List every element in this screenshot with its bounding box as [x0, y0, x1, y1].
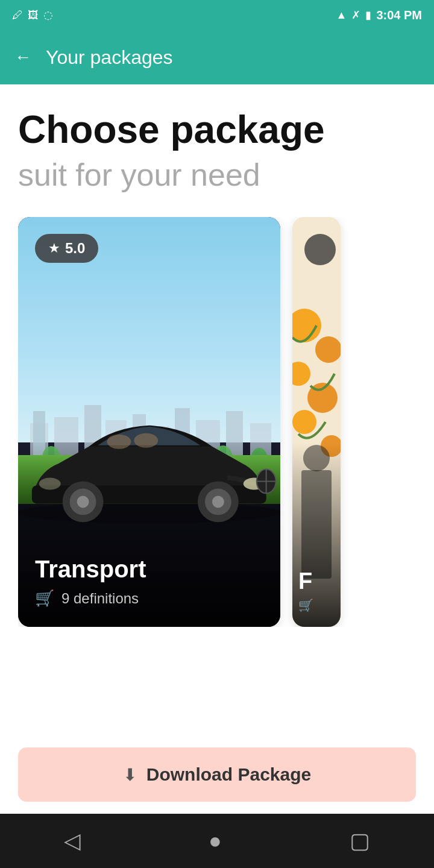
status-bar: 🖊 🖼 ◌ ▲ ✗ ▮ 3:04 PM	[0, 0, 434, 30]
partial-card-letter: F 🛒	[298, 568, 313, 612]
status-right-icons: ▲ ✗ ▮ 3:04 PM	[336, 8, 422, 22]
page-subheading: suit for your need	[18, 157, 416, 193]
cards-row: ★ 5.0 Transport 🛒 9 definitions	[18, 217, 416, 627]
home-nav-button[interactable]: ●	[209, 828, 222, 854]
svg-point-21	[77, 496, 89, 508]
rating-badge: ★ 5.0	[35, 234, 98, 263]
back-nav-button[interactable]: ◁	[64, 828, 81, 854]
partial-title-letter: F	[298, 568, 313, 594]
app-bar-title: Your packages	[46, 46, 173, 69]
svg-point-26	[134, 433, 159, 448]
no-sim-icon: ✗	[351, 8, 360, 22]
car-icon	[18, 392, 280, 524]
svg-point-25	[107, 435, 131, 449]
card-image-area: ★ 5.0 Transport 🛒 9 definitions	[18, 217, 280, 627]
main-content: Choose package suit for your need	[0, 84, 434, 814]
card-title: Transport	[35, 556, 263, 583]
svg-point-15	[18, 502, 280, 524]
download-icon: ⬇	[123, 765, 137, 785]
card-text: Transport 🛒 9 definitions	[18, 541, 280, 627]
star-icon: ★	[48, 241, 60, 256]
bottom-nav: ◁ ● ▢	[0, 814, 434, 868]
wifi-icon: ▲	[336, 9, 347, 22]
back-button[interactable]: ←	[14, 48, 31, 67]
partial-rating-badge	[304, 234, 336, 265]
status-time: 3:04 PM	[376, 8, 422, 22]
card-definitions: 9 definitions	[61, 590, 139, 607]
svg-point-18	[39, 478, 61, 490]
download-label: Download Package	[146, 764, 311, 785]
cart-icon: 🛒	[35, 589, 54, 608]
page-heading: Choose package	[18, 108, 416, 151]
transport-card[interactable]: ★ 5.0 Transport 🛒 9 definitions	[18, 217, 280, 627]
sync-icon: ◌	[43, 8, 53, 22]
photo-icon: 🖼	[28, 9, 39, 22]
sim-icon: 🖊	[12, 9, 23, 22]
card-meta: 🛒 9 definitions	[35, 589, 263, 608]
app-bar: ← Your packages	[0, 30, 434, 84]
partial-bottom: F 🛒	[292, 442, 341, 627]
partial-cart-icon: 🛒	[298, 598, 313, 612]
recents-nav-button[interactable]: ▢	[350, 828, 370, 854]
food-card-partial[interactable]: F 🛒	[292, 217, 341, 627]
status-left-icons: 🖊 🖼 ◌	[12, 8, 53, 22]
rating-value: 5.0	[65, 240, 85, 257]
svg-point-24	[212, 496, 224, 508]
svg-point-32	[315, 336, 341, 363]
battery-icon: ▮	[365, 8, 371, 22]
download-button[interactable]: ⬇ Download Package	[18, 747, 416, 802]
svg-point-35	[292, 410, 316, 434]
